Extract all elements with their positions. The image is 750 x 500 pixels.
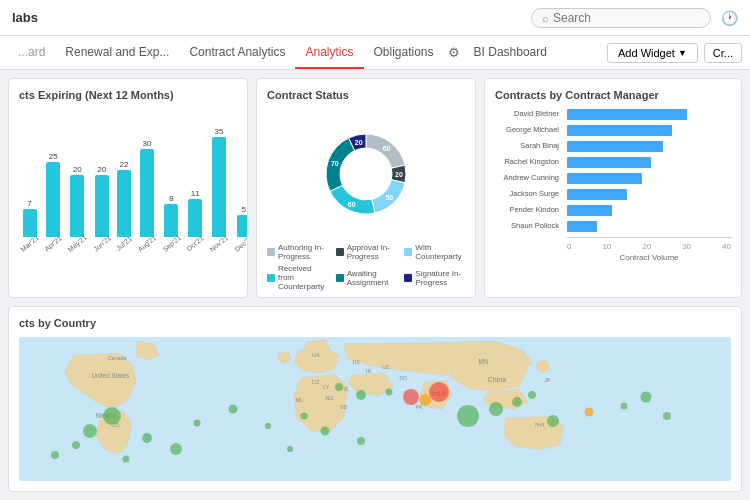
bar-chart-widget: cts Expiring (Next 12 Months) 7 Mar'21 2…: [8, 78, 248, 298]
hbar-chart-widget: Contracts by Contract Manager David Blet…: [484, 78, 742, 298]
legend-item: Authoring In-Progress: [267, 243, 328, 261]
hbar-bar: [567, 125, 672, 136]
svg-text:China: China: [488, 375, 507, 384]
legend-dot: [336, 274, 344, 282]
hbar-row: Jackson Surge: [567, 189, 731, 200]
bar: [95, 175, 109, 237]
svg-text:LY: LY: [323, 384, 330, 390]
hbar-axis-label: 40: [722, 242, 731, 251]
clock-icon: 🕐: [721, 10, 738, 26]
bar: [237, 215, 248, 237]
bar-col: 5 Dec'21: [233, 205, 248, 247]
hbar-label: Andrew Cunning: [495, 173, 565, 182]
tab-renewal[interactable]: Renewal and Exp...: [55, 36, 179, 69]
hbar-label: Pender Kindon: [495, 205, 565, 214]
map-widget: cts by Country: [8, 306, 742, 492]
legend-dot: [404, 248, 412, 256]
svg-text:20: 20: [395, 171, 403, 178]
bar: [46, 162, 60, 237]
hbar-label: George Michael: [495, 125, 565, 134]
bar-col: 20 Jun'21: [92, 165, 112, 247]
donut-legend: Authoring In-ProgressApproval In-Progres…: [267, 243, 465, 291]
hbar-bar: [567, 109, 687, 120]
svg-text:SD: SD: [399, 375, 407, 381]
svg-text:NG: NG: [326, 395, 334, 401]
widgets-row: cts Expiring (Next 12 Months) 7 Mar'21 2…: [8, 78, 742, 298]
svg-text:MN: MN: [479, 358, 489, 365]
hbar-chart-title: Contracts by Contract Manager: [495, 89, 731, 101]
tab-analytics[interactable]: Analytics: [295, 36, 363, 69]
bar: [117, 170, 131, 237]
map-area: United States Mexico CO Canada UA U2 IR …: [19, 337, 731, 481]
hbar-row: Sarah Binaj: [567, 141, 731, 152]
svg-text:20: 20: [355, 139, 363, 146]
hbar-x-title: Contract Volume: [567, 253, 731, 262]
bar: [140, 149, 154, 237]
bar: [212, 137, 226, 237]
search-icon: ⌕: [542, 12, 549, 24]
search-box[interactable]: ⌕: [531, 8, 711, 28]
legend-dot: [267, 274, 275, 282]
bar: [23, 209, 37, 237]
legend-item: Awaiting Assignment: [336, 264, 397, 291]
hbar-row: Pender Kindon: [567, 205, 731, 216]
app-logo: labs: [12, 10, 38, 25]
hbar-label: Shaun Pollock: [495, 221, 565, 230]
add-widget-button[interactable]: Add Widget ▼: [607, 43, 698, 63]
legend-item: Received from Counterparty: [267, 264, 328, 291]
legend-dot: [267, 248, 275, 256]
search-input[interactable]: [553, 11, 693, 25]
svg-text:JP: JP: [544, 377, 551, 383]
hbar-axis: 010203040 Contract Volume: [495, 237, 731, 262]
legend-dot: [404, 274, 412, 282]
svg-text:U2: U2: [353, 359, 360, 365]
hbar-axis-label: 20: [642, 242, 651, 251]
svg-text:PK: PK: [416, 404, 424, 410]
caret-icon: ▼: [678, 48, 687, 58]
svg-text:DZ: DZ: [312, 379, 320, 385]
svg-text:IR: IR: [344, 387, 349, 392]
hbar-chart-area: David BletnerGeorge MichaelSarah BinajRa…: [495, 109, 731, 262]
create-button[interactable]: Cr...: [704, 43, 742, 63]
bar-col: 25 Apr'21: [43, 152, 63, 247]
svg-text:ML: ML: [296, 397, 303, 403]
bar: [164, 204, 178, 237]
nav-tabs: ...ard Renewal and Exp... Contract Analy…: [0, 36, 750, 70]
bar-col: 11 Oct'21: [185, 189, 205, 247]
hbar-axis-label: 10: [602, 242, 611, 251]
svg-text:50: 50: [385, 194, 393, 201]
legend-item: Signature In-Progress: [404, 264, 465, 291]
svg-text:India: India: [432, 390, 446, 397]
bar-col: 22 Jul'21: [115, 160, 133, 247]
main-content: cts Expiring (Next 12 Months) 7 Mar'21 2…: [0, 70, 750, 500]
donut-container: 602050607020: [267, 109, 465, 239]
hbar-row: Shaun Pollock: [567, 221, 731, 232]
map-title: cts by Country: [19, 317, 731, 329]
svg-text:70: 70: [331, 160, 339, 167]
tab-board[interactable]: ...ard: [8, 36, 55, 69]
bar: [188, 199, 202, 237]
tab-obligations[interactable]: Obligations: [364, 36, 444, 69]
hbar-row: George Michael: [567, 125, 731, 136]
donut-svg: 602050607020: [311, 119, 421, 229]
bar-col: 8 Sep'21: [161, 194, 183, 247]
svg-text:Canada: Canada: [108, 355, 127, 361]
gear-icon[interactable]: ⚙: [448, 45, 460, 60]
legend-item: With Counterparty: [404, 243, 465, 261]
hbar-label: Sarah Binaj: [495, 141, 565, 150]
hbar-bar: [567, 173, 642, 184]
bar-col: 20 May'21: [66, 165, 88, 247]
tab-contract-analytics[interactable]: Contract Analytics: [179, 36, 295, 69]
bar-col: 30 Aug'21: [136, 139, 158, 247]
svg-text:IR: IR: [366, 368, 371, 374]
hbar-label: David Bletner: [495, 109, 565, 118]
svg-text:SD: SD: [340, 404, 348, 410]
tab-bi-dashboard[interactable]: BI Dashboard: [464, 36, 557, 69]
hbar-axis-label: 0: [567, 242, 571, 251]
nav-actions: Add Widget ▼ Cr...: [607, 43, 742, 63]
donut-chart-title: Contract Status: [267, 89, 465, 101]
bar-col: 7 Mar'21: [19, 199, 40, 247]
hbar-axis-label: 30: [682, 242, 691, 251]
svg-text:Mexico: Mexico: [96, 412, 116, 419]
bar: [70, 175, 84, 237]
